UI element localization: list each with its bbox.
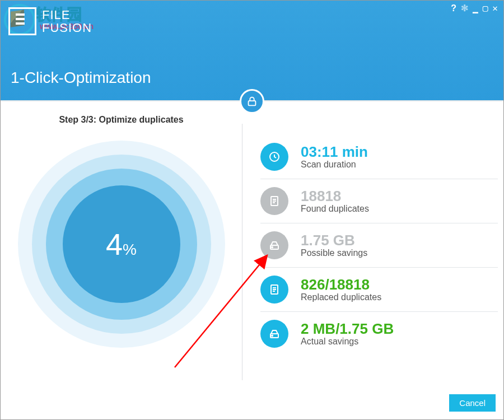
stat-actual-savings: 2 MB/1.75 GB Actual savings xyxy=(260,312,498,356)
step-label: Step 3/3: Optimize duplicates xyxy=(59,115,183,125)
logo-mark-icon xyxy=(8,7,36,35)
window-controls: ? ✻ ▁ ▢ ✕ xyxy=(451,4,498,13)
stat-label: Found duplicates xyxy=(301,204,369,214)
stat-value: 18818 xyxy=(301,188,369,204)
lock-badge xyxy=(240,89,264,114)
stat-label: Replaced duplicates xyxy=(301,292,381,302)
stat-value: 2 MB/1.75 GB xyxy=(301,321,394,337)
app-name: FILE FUSION xyxy=(42,8,92,34)
stat-label: Possible savings xyxy=(301,248,367,258)
app-logo: FILE FUSION xyxy=(8,7,92,35)
document-icon xyxy=(260,187,288,215)
minimize-icon[interactable]: ▁ xyxy=(473,4,478,13)
cancel-button[interactable]: Cancel xyxy=(449,394,496,412)
footer-bar: Cancel xyxy=(1,386,503,419)
lock-icon xyxy=(246,95,258,108)
disk-icon xyxy=(260,320,288,348)
gear-icon[interactable]: ✻ xyxy=(461,4,468,13)
page-title: 1-Click-Optimization xyxy=(11,69,151,87)
stat-value: 03:11 min xyxy=(301,144,368,160)
svg-point-7 xyxy=(272,335,273,337)
stat-scan-duration: 03:11 min Scan duration xyxy=(260,135,498,179)
stat-value: 826/18818 xyxy=(301,277,381,293)
stat-value: 1.75 GB xyxy=(301,232,367,249)
close-icon[interactable]: ✕ xyxy=(492,4,498,13)
stat-found-duplicates: 18818 Found duplicates xyxy=(260,179,498,223)
progress-ring: 4% xyxy=(18,141,225,348)
stats-panel: 03:11 min Scan duration 18818 Found dupl… xyxy=(242,101,503,386)
help-icon[interactable]: ? xyxy=(451,4,456,13)
clock-icon xyxy=(260,143,288,171)
stat-replaced-duplicates: 826/18818 Replaced duplicates xyxy=(260,268,498,312)
disk-icon xyxy=(260,231,288,259)
stat-label: Actual savings xyxy=(301,337,394,347)
svg-rect-0 xyxy=(249,101,256,105)
stat-possible-savings: 1.75 GB Possible savings xyxy=(260,223,498,268)
progress-panel: Step 3/3: Optimize duplicates 4% xyxy=(1,101,242,386)
main-content: Step 3/3: Optimize duplicates 4% 03:11 m… xyxy=(1,101,503,386)
svg-point-4 xyxy=(272,247,273,248)
app-header: 软件园 www.pc350.cn ? ✻ ▁ ▢ ✕ FILE FUSION 1… xyxy=(1,1,503,101)
document-icon xyxy=(260,276,288,304)
progress-percent: 4% xyxy=(106,227,137,262)
stat-label: Scan duration xyxy=(301,160,368,170)
maximize-icon[interactable]: ▢ xyxy=(483,4,488,13)
